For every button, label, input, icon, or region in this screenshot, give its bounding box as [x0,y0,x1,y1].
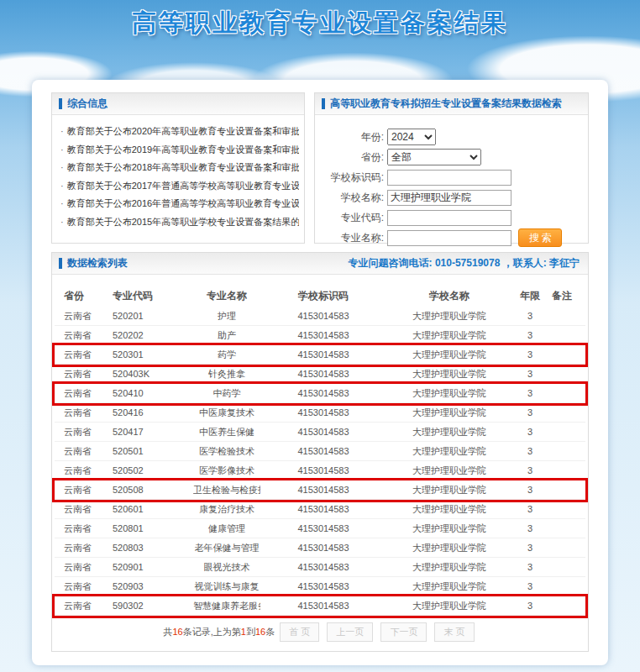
school-name-label: 学校名称: [315,191,387,205]
form-row-school-code: 学校标识码: [315,167,588,187]
results-panel-title: 数据检索列表 [67,253,128,274]
cell-province: 云南省 [64,329,113,342]
cell-school-name: 大理护理职业学院 [386,484,512,496]
cell-province: 云南省 [64,310,113,323]
cell-major-code: 520501 [113,446,193,456]
cell-major-name: 康复治疗技术 [193,503,260,516]
cell-school-name: 大理护理职业学院 [386,426,512,438]
news-link[interactable]: ·教育部关于公布2015年高等职业学校专业设置备案结果的通知 [60,213,299,232]
header-years: 年限 [512,289,548,303]
form-row-school-name: 学校名称: [315,187,588,207]
prev-page-button[interactable]: 上一页 [327,622,373,642]
cell-school-name: 大理护理职业学院 [386,387,512,400]
cell-major-code: 590302 [113,601,193,611]
year-select[interactable]: 2024 [387,129,436,145]
province-select[interactable]: 全部 [387,149,481,165]
cell-major-name: 护理 [193,310,260,323]
search-button[interactable]: 搜索 [518,228,562,247]
cell-major-name: 健康管理 [193,522,260,535]
cell-years: 3 [512,581,548,591]
cell-major-name: 医学检验技术 [193,445,260,458]
search-panel: 高等职业教育专科拟招生专业设置备案结果数据检索 年份: 2024 省份: 全部 [314,92,589,244]
cell-years: 3 [512,504,548,514]
cell-school-name: 大理护理职业学院 [386,368,512,381]
table-row: 云南省520416中医康复技术4153014583大理护理职业学院3 [55,403,585,423]
news-link[interactable]: ·教育部关于公布2018年高等职业教育专业设置备案和审批结果的通知 [60,159,299,177]
cell-school-id: 4153014583 [260,523,386,533]
cell-school-name: 大理护理职业学院 [386,522,512,535]
major-code-input[interactable] [387,210,511,226]
cell-major-code: 520601 [113,504,193,514]
summary-to: 16 [255,627,265,637]
cell-province: 云南省 [64,503,113,516]
school-name-input[interactable] [387,190,511,206]
cell-major-code: 520410 [113,388,193,398]
news-link[interactable]: ·教育部关于公布2017年普通高等学校高等职业教育专业设置备案和审... [60,177,299,196]
cell-school-name: 大理护理职业学院 [386,310,512,323]
cell-major-code: 520508 [113,485,193,495]
summary-text: 条记录,上为第 [183,627,241,637]
news-link[interactable]: ·教育部关于公布2019年高等职业教育专业设置备案和审批结果的通知 [60,141,299,160]
summary-text: 到 [246,627,255,637]
table-row: 云南省590302智慧健康养老服务与管理4153014583大理护理职业学院3 [55,596,585,616]
cell-major-name: 智慧健康养老服务与管理 [193,600,260,612]
last-page-button[interactable]: 末 页 [434,622,474,642]
content-container: 综合信息 ·教育部关于公布2020年高等职业教育专业设置备案和审批结果的通知·教… [32,80,608,665]
section-marker-icon [59,98,62,109]
header-note: 备注 [548,289,576,303]
cell-major-name: 老年保健与管理 [193,542,260,554]
news-panel: 综合信息 ·教育部关于公布2020年高等职业教育专业设置备案和审批结果的通知·教… [51,92,305,244]
cell-major-code: 520502 [113,465,193,475]
results-panel: 数据检索列表 专业问题咨询电话: 010-57519078 ，联系人: 李征宁 … [51,252,589,652]
cell-school-id: 4153014583 [260,427,386,437]
table-row: 云南省520410中药学4153014583大理护理职业学院3 [55,384,585,403]
cell-major-code: 520803 [113,543,193,553]
cell-major-name: 眼视光技术 [193,561,260,574]
cell-years: 3 [512,427,548,437]
cell-school-name: 大理护理职业学院 [386,329,512,342]
cell-school-id: 4153014583 [260,311,386,321]
table-row: 云南省520903视觉训练与康复4153014583大理护理职业学院3 [55,577,585,596]
cell-major-code: 520903 [113,581,193,591]
cell-province: 云南省 [64,580,113,593]
table-row: 云南省520501医学检验技术4153014583大理护理职业学院3 [55,442,585,461]
cell-years: 3 [512,465,548,475]
form-row-province: 省份: 全部 [315,147,588,167]
news-link[interactable]: ·教育部关于公布2020年高等职业教育专业设置备案和审批结果的通知 [60,123,299,141]
cell-province: 云南省 [64,349,113,361]
pagination-summary: 共16条记录,上为第1到16条 [163,627,277,637]
section-marker-icon [59,258,62,269]
cell-school-id: 4153014583 [260,465,386,475]
table-row: 云南省520301药学4153014583大理护理职业学院3 [55,345,585,365]
news-link[interactable]: ·教育部关于公布2016年普通高等学校高等职业教育专业设置备案和审... [60,195,299,213]
cell-major-name: 卫生检验与检疫技术 [193,484,260,496]
cell-province: 云南省 [64,522,113,535]
cell-province: 云南省 [64,387,113,400]
search-panel-header: 高等职业教育专科拟招生专业设置备案结果数据检索 [315,93,588,115]
table-row: 云南省520801健康管理4153014583大理护理职业学院3 [55,519,585,538]
table-row: 云南省520202助产4153014583大理护理职业学院3 [55,326,585,345]
news-link-text: 教育部关于公布2017年普通高等学校高等职业教育专业设置备案和审... [67,181,299,191]
cell-years: 3 [512,407,548,417]
table-row: 云南省520502医学影像技术4153014583大理护理职业学院3 [55,461,585,480]
cell-years: 3 [512,330,548,340]
search-panel-title-wrap: 高等职业教育专科拟招生专业设置备案结果数据检索 [322,93,562,114]
next-page-button[interactable]: 下一页 [380,622,427,642]
news-link-text: 教育部关于公布2020年高等职业教育专业设置备案和审批结果的通知 [67,126,299,136]
cell-school-name: 大理护理职业学院 [386,561,512,574]
section-marker-icon [322,98,325,109]
cell-major-name: 中药学 [193,387,260,400]
cell-major-code: 520201 [113,311,193,321]
header-school-name: 学校名称 [386,289,512,303]
school-code-label: 学校标识码: [315,171,387,185]
major-name-input[interactable] [387,230,511,246]
cell-school-id: 4153014583 [260,369,386,379]
table-row: 云南省520803老年保健与管理4153014583大理护理职业学院3 [55,538,585,558]
school-code-input[interactable] [387,170,511,186]
cell-province: 云南省 [64,600,113,612]
cell-school-id: 4153014583 [260,581,386,591]
header-major-name: 专业名称 [193,289,260,303]
first-page-button[interactable]: 首 页 [280,622,319,642]
cell-province: 云南省 [64,542,113,554]
form-row-major-name: 专业名称: 搜索 [315,228,588,248]
